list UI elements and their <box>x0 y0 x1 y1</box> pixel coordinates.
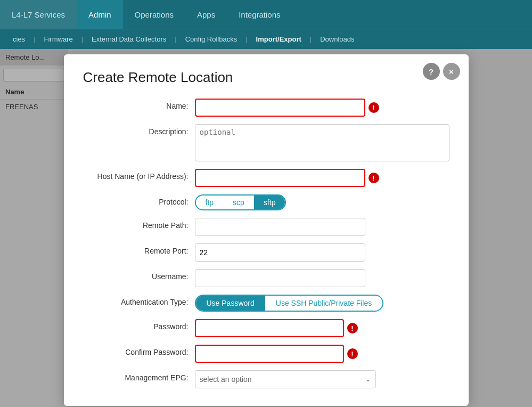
remote-port-label: Remote Port: <box>83 243 195 255</box>
nav-admin[interactable]: Admin <box>77 0 123 29</box>
nav-integrations[interactable]: Integrations <box>227 0 292 29</box>
password-field: ! <box>195 319 449 337</box>
protocol-row: Protocol: ftp scp sftp <box>83 194 449 210</box>
protocol-ftp-button[interactable]: ftp <box>196 196 224 209</box>
password-row: Password: ! <box>83 319 449 337</box>
host-error-icon: ! <box>369 173 379 183</box>
subnav-policies[interactable]: cies <box>5 35 32 43</box>
close-button[interactable]: × <box>443 63 460 80</box>
auth-type-label: Authentication Type: <box>83 295 195 306</box>
name-input[interactable] <box>195 99 365 117</box>
sep1: | <box>32 35 36 43</box>
auth-toggle: Use Password Use SSH Public/Private File… <box>195 295 384 312</box>
host-label: Host Name (or IP Address): <box>83 169 195 181</box>
subnav-firmware[interactable]: Firmware <box>37 35 80 43</box>
sep2: | <box>80 35 84 43</box>
auth-type-field: Use Password Use SSH Public/Private File… <box>195 295 449 312</box>
confirm-password-row: Confirm Password: ! <box>83 345 449 363</box>
nav-operations[interactable]: Operations <box>123 0 185 29</box>
protocol-scp-button[interactable]: scp <box>223 196 254 209</box>
protocol-field: ftp scp sftp <box>195 194 449 210</box>
modal-overlay: Create Remote Location ? × Name: ! Descr… <box>0 49 532 407</box>
protocol-label: Protocol: <box>83 194 195 206</box>
description-row: Description: <box>83 124 449 161</box>
mgmt-epg-row: Management EPG: select an option ⌄ <box>83 370 449 388</box>
password-label: Password: <box>83 319 195 331</box>
remote-port-input[interactable] <box>195 243 365 262</box>
auth-ssh-button[interactable]: Use SSH Public/Private Files <box>265 296 383 311</box>
nav-l4l7[interactable]: L4-L7 Services <box>0 0 77 29</box>
description-label: Description: <box>83 124 195 136</box>
top-nav: L4-L7 Services Admin Operations Apps Int… <box>0 0 532 49</box>
confirm-password-field: ! <box>195 345 449 363</box>
host-row: Host Name (or IP Address): ! <box>83 169 449 187</box>
confirm-password-error-icon: ! <box>347 348 358 359</box>
create-remote-location-modal: Create Remote Location ? × Name: ! Descr… <box>64 54 469 406</box>
remote-path-label: Remote Path: <box>83 218 195 230</box>
remote-path-input[interactable] <box>195 218 365 236</box>
confirm-password-input[interactable] <box>195 345 344 363</box>
name-field: ! <box>195 99 449 117</box>
mgmt-epg-label: Management EPG: <box>83 370 195 382</box>
username-field <box>195 269 449 287</box>
mgmt-epg-select-wrapper: select an option ⌄ <box>195 370 376 388</box>
protocol-toggle: ftp scp sftp <box>195 194 287 210</box>
name-label: Name: <box>83 99 195 110</box>
subnav-import-export[interactable]: Import/Export <box>249 35 309 43</box>
host-field: ! <box>195 169 449 187</box>
modal-icons: ? × <box>423 63 460 80</box>
auth-password-button[interactable]: Use Password <box>196 296 265 311</box>
username-input[interactable] <box>195 269 365 287</box>
confirm-password-label: Confirm Password: <box>83 345 195 356</box>
protocol-sftp-button[interactable]: sftp <box>254 196 285 209</box>
mgmt-epg-select[interactable]: select an option <box>195 370 376 388</box>
description-input[interactable] <box>195 124 449 161</box>
host-input[interactable] <box>195 169 365 187</box>
description-field <box>195 124 449 161</box>
remote-port-row: Remote Port: <box>83 243 449 262</box>
main-area: Remote Lo... Name FREENAS Create Remote … <box>0 49 532 407</box>
help-button[interactable]: ? <box>423 63 440 80</box>
sep3: | <box>174 35 177 43</box>
remote-path-field <box>195 218 449 236</box>
sep5: | <box>309 35 313 43</box>
name-row: Name: ! <box>83 99 449 117</box>
subnav-edc[interactable]: External Data Collectors <box>84 35 174 43</box>
nav-apps[interactable]: Apps <box>185 0 227 29</box>
mgmt-epg-field: select an option ⌄ <box>195 370 449 388</box>
modal-title: Create Remote Location <box>83 69 449 86</box>
username-row: Username: <box>83 269 449 287</box>
subnav-config-rollbacks[interactable]: Config Rollbacks <box>178 35 245 43</box>
remote-path-row: Remote Path: <box>83 218 449 236</box>
remote-port-field <box>195 243 449 262</box>
name-error-icon: ! <box>369 102 379 113</box>
username-label: Username: <box>83 269 195 281</box>
auth-type-row: Authentication Type: Use Password Use SS… <box>83 295 449 312</box>
password-error-icon: ! <box>347 323 358 333</box>
sep4: | <box>244 35 248 43</box>
subnav-downloads[interactable]: Downloads <box>313 35 362 43</box>
password-input[interactable] <box>195 319 344 337</box>
